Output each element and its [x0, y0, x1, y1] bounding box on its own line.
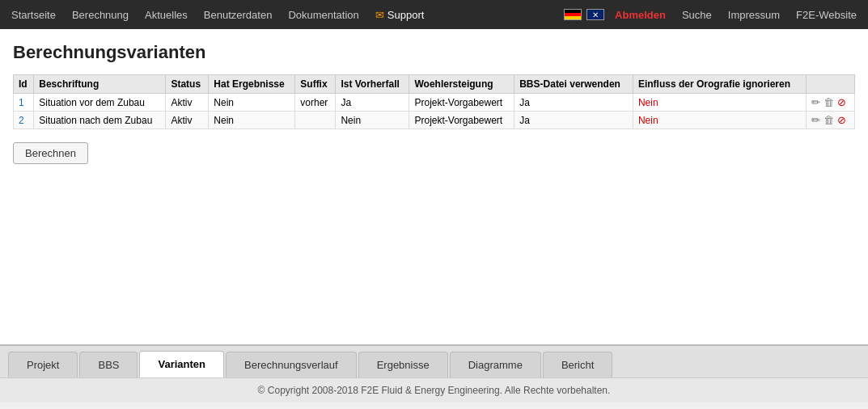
berechnen-button[interactable]: Berechnen — [13, 142, 88, 164]
cell-suffix: vorher — [295, 94, 336, 112]
footer-text: © Copyright 2008-2018 F2E Fluid & Energy… — [258, 385, 611, 396]
tab-bbs[interactable]: BBS — [79, 352, 138, 377]
tab-ergebnisse[interactable]: Ergebnisse — [358, 352, 448, 377]
cell-orografie: Nein — [633, 112, 806, 129]
table-row: 2 Situation nach dem Zubau Aktiv Nein Ne… — [14, 112, 855, 129]
cell-suffix — [295, 112, 336, 129]
col-header-orografie: Einfluss der Orografie ignorieren — [633, 75, 806, 94]
delete-icon[interactable]: 🗑 — [824, 114, 834, 126]
nav-suche[interactable]: Suche — [674, 0, 720, 29]
col-header-suffix: Suffix — [295, 75, 336, 94]
cell-actions: ✏ 🗑 ⊘ — [807, 112, 855, 129]
main-content: Berechnungsvarianten Id Beschriftung Sta… — [0, 29, 868, 344]
edit-icon[interactable]: ✏ — [811, 114, 820, 126]
cancel-icon[interactable]: ⊘ — [837, 114, 846, 126]
cell-ist-vorherfall: Ja — [336, 94, 409, 112]
bottom-tabs: ProjektBBSVariantenBerechnungsverlaufErg… — [0, 344, 868, 377]
cell-beschriftung: Situation vor dem Zubau — [34, 94, 166, 112]
nav-aktuelles[interactable]: Aktuelles — [137, 0, 196, 29]
tab-varianten[interactable]: Varianten — [139, 351, 224, 377]
nav-support[interactable]: ✉ Support — [367, 0, 433, 29]
page-title: Berechnungsvarianten — [13, 42, 855, 63]
cell-woehlersteigung: Projekt-Vorgabewert — [409, 94, 514, 112]
col-header-beschriftung: Beschriftung — [34, 75, 166, 94]
row-id-link[interactable]: 2 — [19, 115, 24, 126]
flag-german[interactable] — [564, 9, 582, 20]
cell-hat-ergebnisse: Nein — [209, 112, 295, 129]
varianten-table: Id Beschriftung Status Hat Ergebnisse Su… — [13, 74, 855, 129]
top-navigation: Startseite Berechnung Aktuelles Benutzer… — [0, 0, 868, 29]
nav-berechnung[interactable]: Berechnung — [64, 0, 137, 29]
tab-bericht[interactable]: Bericht — [543, 352, 612, 377]
cell-id: 2 — [14, 112, 34, 129]
cell-id: 1 — [14, 94, 34, 112]
nav-benutzerdaten[interactable]: Benutzerdaten — [196, 0, 281, 29]
nav-f2e-website[interactable]: F2E-Website — [788, 0, 865, 29]
footer: © Copyright 2008-2018 F2E Fluid & Energy… — [0, 377, 868, 403]
col-header-status: Status — [166, 75, 209, 94]
nav-impressum[interactable]: Impressum — [720, 0, 788, 29]
delete-icon[interactable]: 🗑 — [824, 96, 834, 108]
cancel-icon[interactable]: ⊘ — [837, 96, 846, 108]
cell-hat-ergebnisse: Nein — [209, 94, 295, 112]
cell-status: Aktiv — [166, 112, 209, 129]
col-header-id: Id — [14, 75, 34, 94]
nav-dokumentation[interactable]: Dokumentation — [280, 0, 366, 29]
col-header-ist-vorherfall: Ist Vorherfall — [336, 75, 409, 94]
cell-status: Aktiv — [166, 94, 209, 112]
envelope-icon: ✉ — [375, 9, 384, 21]
table-row: 1 Situation vor dem Zubau Aktiv Nein vor… — [14, 94, 855, 112]
cell-bbs-datei: Ja — [514, 94, 633, 112]
nav-abmelden[interactable]: Abmelden — [607, 0, 674, 29]
edit-icon[interactable]: ✏ — [811, 96, 820, 108]
tab-projekt[interactable]: Projekt — [8, 352, 78, 377]
cell-orografie: Nein — [633, 94, 806, 112]
col-header-bbs-datei: BBS-Datei verwenden — [514, 75, 633, 94]
col-header-hat-ergebnisse: Hat Ergebnisse — [209, 75, 295, 94]
cell-bbs-datei: Ja — [514, 112, 633, 129]
cell-beschriftung: Situation nach dem Zubau — [34, 112, 166, 129]
cell-actions: ✏ 🗑 ⊘ — [807, 94, 855, 112]
col-header-actions — [807, 75, 855, 94]
tab-berechnungsverlauf[interactable]: Berechnungsverlauf — [226, 352, 357, 377]
nav-startseite[interactable]: Startseite — [3, 0, 64, 29]
flag-english[interactable] — [586, 9, 604, 20]
row-id-link[interactable]: 1 — [19, 97, 24, 108]
cell-woehlersteigung: Projekt-Vorgabewert — [409, 112, 514, 129]
cell-ist-vorherfall: Nein — [336, 112, 409, 129]
col-header-woehlersteigung: Woehlersteigung — [409, 75, 514, 94]
tab-diagramme[interactable]: Diagramme — [450, 352, 541, 377]
